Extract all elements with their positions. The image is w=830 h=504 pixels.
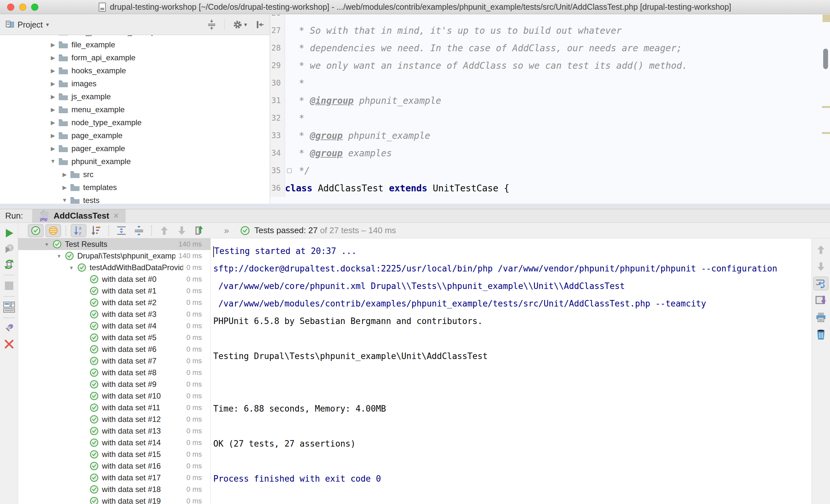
next-failed-test-button[interactable] xyxy=(174,224,190,237)
tree-expand-arrow-icon[interactable] xyxy=(49,158,57,165)
gutter-icon-slot[interactable] xyxy=(285,22,293,39)
editor-line[interactable]: 26 xyxy=(270,14,830,22)
project-tree[interactable]: field_permission_example file_example fo… xyxy=(0,25,270,204)
collapse-all-button[interactable] xyxy=(131,224,147,237)
gutter-icon-slot[interactable] xyxy=(285,144,293,162)
editor-scrollbar-thumb[interactable] xyxy=(823,48,828,69)
print-button[interactable] xyxy=(813,310,828,324)
expand-all-button[interactable] xyxy=(114,224,129,237)
editor[interactable]: 26 27 * So with that in mind, it's up to… xyxy=(270,14,830,204)
hide-panel-icon[interactable] xyxy=(255,20,264,30)
project-tree-item[interactable]: phpunit_example xyxy=(0,155,270,168)
gutter-icon-slot[interactable] xyxy=(285,74,293,92)
close-window-button[interactable] xyxy=(7,4,14,11)
test-tree-row[interactable]: with data set #4 0 ms xyxy=(18,320,210,332)
test-tree-row[interactable]: with data set #6 0 ms xyxy=(18,343,210,355)
restore-layout-button[interactable] xyxy=(3,299,15,315)
rerun-button[interactable] xyxy=(4,226,14,241)
close-tab-icon[interactable]: ✕ xyxy=(113,212,119,220)
gutter-icon-slot[interactable] xyxy=(285,162,293,179)
editor-line[interactable]: 35 */ xyxy=(270,162,830,179)
project-tree-item[interactable]: templates xyxy=(0,181,270,194)
close-panel-button[interactable] xyxy=(4,336,14,352)
up-the-stack-trace-button[interactable] xyxy=(813,243,828,257)
test-tree-row[interactable]: with data set #0 0 ms xyxy=(18,273,210,285)
show-ignored-toggle[interactable] xyxy=(45,224,61,237)
previous-failed-test-button[interactable] xyxy=(156,224,172,237)
test-tree-row[interactable]: testAddWithBadDataProvider 0 ms xyxy=(18,262,210,273)
titlebar[interactable]: drupal-testing-workshop [~/Code/os/drupa… xyxy=(0,0,830,14)
run-tab-addclasstest[interactable]: ✓ php AddClassTest ✕ xyxy=(32,209,126,223)
tree-expand-arrow-icon[interactable] xyxy=(49,120,57,126)
test-tree-row[interactable]: with data set #1 0 ms xyxy=(18,285,210,297)
test-tree-row[interactable]: with data set #5 0 ms xyxy=(18,332,210,343)
sort-alphabetically-toggle[interactable]: a z xyxy=(71,224,86,237)
tree-expand-arrow-icon[interactable] xyxy=(49,55,57,61)
horizontal-scroll-strip[interactable] xyxy=(0,204,830,209)
test-tree-row[interactable]: with data set #3 0 ms xyxy=(18,308,210,320)
test-tree-row[interactable]: with data set #13 0 ms xyxy=(18,425,210,437)
test-tree-row[interactable]: with data set #11 0 ms xyxy=(18,402,210,413)
gutter-icon-slot[interactable] xyxy=(285,39,293,57)
project-tree-item[interactable]: file_example xyxy=(0,38,270,51)
editor-line[interactable]: 29 * we only want an instance of AddClas… xyxy=(270,57,830,74)
down-the-stack-trace-button[interactable] xyxy=(813,260,828,273)
project-tree-item[interactable]: js_example xyxy=(0,90,270,103)
project-tree-item[interactable]: form_api_example xyxy=(0,51,270,64)
tree-expand-arrow-icon[interactable] xyxy=(49,41,57,48)
project-tree-item[interactable]: node_type_example xyxy=(0,116,270,129)
project-tree-item[interactable]: page_example xyxy=(0,129,270,142)
gutter-icon-slot[interactable] xyxy=(285,127,293,144)
gear-icon[interactable] xyxy=(232,20,243,30)
editor-line[interactable]: 34 * @group examples xyxy=(270,144,830,162)
tree-expand-arrow-icon[interactable] xyxy=(41,242,53,247)
tree-expand-arrow-icon[interactable] xyxy=(49,106,57,113)
test-tree-row[interactable]: with data set #8 0 ms xyxy=(18,367,210,378)
tree-expand-arrow-icon[interactable] xyxy=(49,93,57,100)
gutter-icon-slot[interactable] xyxy=(285,14,293,22)
stop-button[interactable] xyxy=(5,278,13,294)
tree-expand-arrow-icon[interactable] xyxy=(60,171,69,178)
project-tree-item[interactable]: menu_example xyxy=(0,103,270,116)
editor-line[interactable]: 36 class AddClassTest extends UnitTestCa… xyxy=(270,179,830,197)
collapse-all-icon[interactable] xyxy=(207,20,217,30)
sort-by-duration-button[interactable] xyxy=(88,224,104,237)
tree-expand-arrow-icon[interactable] xyxy=(60,197,69,204)
toolbar-overflow-chevrons[interactable]: » xyxy=(224,226,230,236)
tree-expand-arrow-icon[interactable] xyxy=(53,253,65,259)
zoom-window-button[interactable] xyxy=(31,4,38,11)
test-tree-row[interactable]: with data set #17 0 ms xyxy=(18,472,210,483)
test-tree-row[interactable]: with data set #14 0 ms xyxy=(18,437,210,448)
tree-expand-arrow-icon[interactable] xyxy=(49,145,57,152)
toggle-auto-test-button[interactable] xyxy=(4,257,14,272)
test-tree-row[interactable]: Drupal\Tests\phpunit_example\Unit\AddCla… xyxy=(18,250,210,262)
test-results-tree[interactable]: Test Results 140 ms Drupal\Tests\phpunit… xyxy=(18,238,210,504)
tree-expand-arrow-icon[interactable] xyxy=(60,184,69,191)
editor-line[interactable]: 33 * @group phpunit_example xyxy=(270,127,830,144)
scroll-to-end-button[interactable] xyxy=(813,294,828,307)
project-tree-item[interactable]: images xyxy=(0,77,270,90)
rerun-failed-tests-button[interactable] xyxy=(4,241,14,257)
test-tree-row[interactable]: with data set #19 0 ms xyxy=(18,495,210,504)
clear-all-button[interactable] xyxy=(813,327,828,341)
gutter-icon-slot[interactable] xyxy=(285,92,293,109)
project-tree-item[interactable]: hooks_example xyxy=(0,64,270,77)
editor-line[interactable]: 32 * xyxy=(270,109,830,127)
project-dropdown-chevron-icon[interactable]: ▾ xyxy=(46,21,49,28)
test-tree-row[interactable]: with data set #10 0 ms xyxy=(18,390,210,402)
gear-dropdown-chevron-icon[interactable]: ▾ xyxy=(244,21,247,28)
tree-expand-arrow-icon[interactable] xyxy=(49,132,57,139)
editor-line[interactable]: 28 * dependencies we need. In the case o… xyxy=(270,39,830,57)
project-tree-item[interactable]: src xyxy=(0,168,270,181)
test-tree-row[interactable]: with data set #16 0 ms xyxy=(18,460,210,472)
show-passed-toggle[interactable] xyxy=(28,224,43,237)
pin-tab-button[interactable] xyxy=(4,321,14,336)
tree-expand-arrow-icon[interactable] xyxy=(66,265,77,270)
test-tree-row[interactable]: Test Results 140 ms xyxy=(18,238,210,250)
editor-line[interactable]: 31 * @ingroup phpunit_example xyxy=(270,92,830,109)
gutter-icon-slot[interactable] xyxy=(285,57,293,74)
test-tree-row[interactable]: with data set #15 0 ms xyxy=(18,448,210,460)
gutter-icon-slot[interactable] xyxy=(285,109,293,127)
editor-line[interactable]: 27 * So with that in mind, it's up to us… xyxy=(270,22,830,39)
editor-line[interactable]: 30 * xyxy=(270,74,830,92)
